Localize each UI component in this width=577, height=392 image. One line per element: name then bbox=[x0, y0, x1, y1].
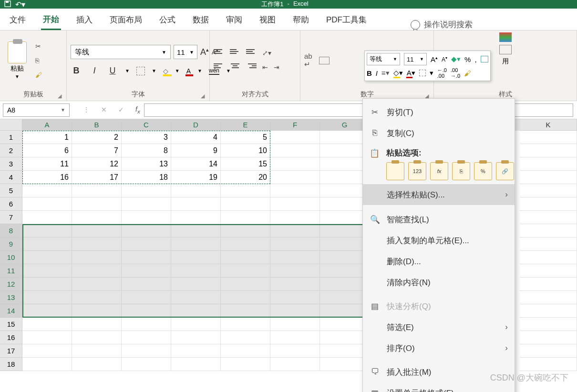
wrap-text-icon[interactable]: ab↵ bbox=[304, 52, 312, 69]
cell[interactable] bbox=[520, 278, 577, 291]
cell[interactable] bbox=[122, 358, 171, 371]
name-box[interactable]: A8▼ bbox=[3, 103, 70, 117]
col-header-a[interactable]: A bbox=[22, 119, 72, 131]
paste-opt-values[interactable]: 123 bbox=[408, 162, 426, 180]
paste-button[interactable]: 粘贴 ▼ bbox=[4, 41, 31, 79]
cell[interactable] bbox=[72, 251, 122, 264]
cell[interactable] bbox=[171, 211, 221, 224]
cell[interactable] bbox=[122, 304, 171, 318]
cell[interactable] bbox=[221, 331, 270, 344]
cell[interactable]: 12 bbox=[72, 157, 122, 171]
cell[interactable] bbox=[171, 358, 221, 371]
cell[interactable] bbox=[520, 171, 577, 184]
mini-dec-dec-icon[interactable]: .00→.0 bbox=[451, 67, 460, 79]
italic-button[interactable]: I bbox=[89, 66, 100, 76]
cell[interactable] bbox=[270, 318, 320, 331]
cell[interactable] bbox=[270, 131, 320, 144]
cell[interactable] bbox=[270, 197, 320, 211]
font-size-select[interactable]: 11▼ bbox=[174, 45, 197, 59]
align-middle-icon[interactable] bbox=[230, 49, 240, 58]
cell[interactable] bbox=[72, 184, 122, 197]
mini-size-select[interactable]: 11▼ bbox=[404, 53, 427, 65]
select-all-corner[interactable] bbox=[0, 119, 22, 131]
row-header[interactable]: 14 bbox=[0, 304, 22, 318]
cell[interactable] bbox=[22, 197, 72, 211]
dialog-launcher-icon[interactable]: ◢ bbox=[201, 93, 205, 99]
cell[interactable]: 3 bbox=[122, 131, 171, 144]
cell[interactable] bbox=[122, 211, 171, 224]
cell[interactable] bbox=[72, 211, 122, 224]
cell[interactable] bbox=[270, 144, 320, 157]
cell[interactable] bbox=[171, 251, 221, 264]
cell[interactable] bbox=[221, 264, 270, 278]
row-header[interactable]: 9 bbox=[0, 237, 22, 251]
cell[interactable] bbox=[122, 318, 171, 331]
ctx-copy[interactable]: ⎘复制(C) bbox=[363, 123, 515, 144]
col-header-k[interactable]: K bbox=[520, 119, 577, 131]
cut-icon[interactable]: ✂ bbox=[35, 42, 42, 50]
row-header[interactable]: 11 bbox=[0, 264, 22, 278]
cell[interactable] bbox=[520, 237, 577, 251]
cell[interactable] bbox=[520, 291, 577, 304]
cell[interactable]: 2 bbox=[72, 131, 122, 144]
cell[interactable] bbox=[520, 251, 577, 264]
paste-opt-link[interactable]: 🔗 bbox=[496, 162, 514, 180]
cell[interactable] bbox=[122, 197, 171, 211]
cell[interactable] bbox=[22, 358, 72, 371]
cell[interactable]: 15 bbox=[221, 157, 270, 171]
cell[interactable] bbox=[270, 344, 320, 358]
cell[interactable] bbox=[122, 264, 171, 278]
cell[interactable] bbox=[122, 331, 171, 344]
cell[interactable] bbox=[171, 278, 221, 291]
cell[interactable] bbox=[221, 344, 270, 358]
border-icon[interactable] bbox=[136, 67, 145, 75]
ctx-cut[interactable]: ✂剪切(T) bbox=[363, 102, 515, 123]
cell[interactable]: 4 bbox=[171, 131, 221, 144]
cell[interactable] bbox=[270, 304, 320, 318]
cell[interactable] bbox=[270, 224, 320, 237]
mini-dec-inc-icon[interactable]: ←.0.00 bbox=[437, 67, 447, 79]
mini-style-icon[interactable]: ◆▾ bbox=[451, 55, 461, 63]
ctx-sort[interactable]: 排序(O)› bbox=[363, 338, 515, 359]
cell[interactable] bbox=[221, 211, 270, 224]
paste-opt-default[interactable] bbox=[386, 162, 404, 180]
cell[interactable]: 16 bbox=[22, 171, 72, 184]
row-header[interactable]: 16 bbox=[0, 331, 22, 344]
indent-left-icon[interactable]: ⇤ bbox=[262, 63, 268, 72]
cell[interactable] bbox=[72, 264, 122, 278]
cell[interactable] bbox=[221, 251, 270, 264]
cell[interactable] bbox=[72, 318, 122, 331]
cell[interactable]: 6 bbox=[22, 144, 72, 157]
mini-fill-icon[interactable]: ◇▾ bbox=[393, 69, 403, 77]
ctx-delete[interactable]: 删除(D)... bbox=[363, 251, 515, 272]
cell[interactable]: 5 bbox=[221, 131, 270, 144]
dialog-launcher-icon[interactable]: ◢ bbox=[58, 93, 62, 99]
cell[interactable] bbox=[520, 211, 577, 224]
cancel-icon[interactable]: ✕ bbox=[101, 106, 107, 113]
cell[interactable] bbox=[520, 304, 577, 318]
paste-opt-transpose[interactable]: ⎘ bbox=[452, 162, 470, 180]
cell[interactable] bbox=[22, 184, 72, 197]
cell[interactable] bbox=[520, 157, 577, 171]
cell[interactable] bbox=[72, 278, 122, 291]
bold-button[interactable]: B bbox=[71, 66, 82, 76]
cell[interactable] bbox=[270, 331, 320, 344]
undo-icon[interactable]: ↶▾ bbox=[15, 0, 25, 9]
tab-review[interactable]: 审阅 bbox=[224, 14, 244, 30]
mini-align-icon[interactable]: ≡▾ bbox=[381, 69, 390, 77]
ctx-clear[interactable]: 清除内容(N) bbox=[363, 272, 515, 293]
ctx-filter[interactable]: 筛选(E)› bbox=[363, 317, 515, 338]
col-header-e[interactable]: E bbox=[221, 119, 270, 131]
grow-font-icon[interactable]: A▴ bbox=[200, 47, 209, 57]
cell[interactable] bbox=[520, 131, 577, 144]
mini-percent-icon[interactable]: % bbox=[464, 55, 471, 63]
cell[interactable] bbox=[221, 318, 270, 331]
mini-painter-icon[interactable]: 🖌 bbox=[464, 69, 471, 77]
align-right-icon[interactable] bbox=[246, 63, 257, 72]
tab-insert[interactable]: 插入 bbox=[74, 14, 94, 30]
cell[interactable]: 19 bbox=[171, 171, 221, 184]
cell[interactable] bbox=[22, 331, 72, 344]
cell[interactable] bbox=[22, 237, 72, 251]
fill-color-icon[interactable]: ◇ bbox=[163, 67, 168, 75]
mini-border2-icon[interactable] bbox=[419, 70, 426, 76]
